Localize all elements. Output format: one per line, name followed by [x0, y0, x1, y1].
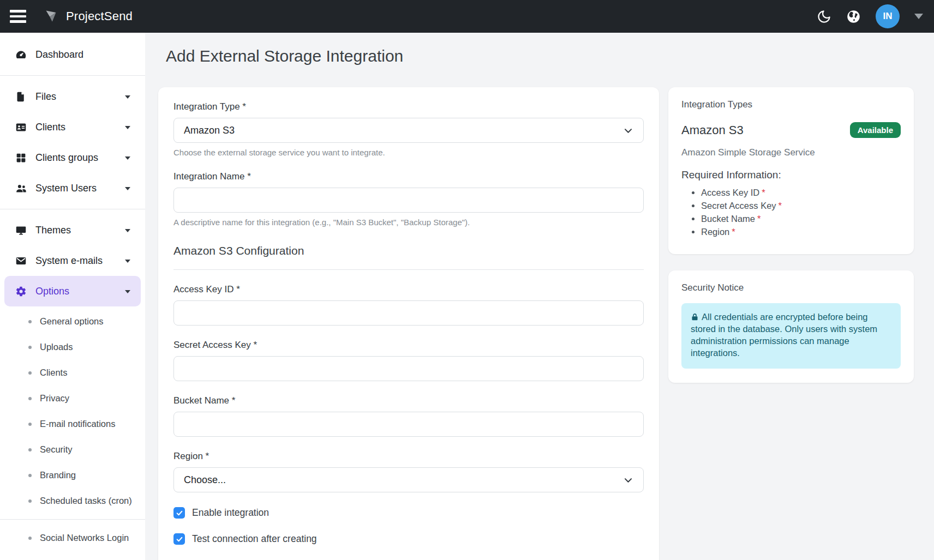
dark-mode-moon-icon[interactable]	[817, 9, 831, 24]
file-icon	[15, 91, 27, 103]
required-mark: *	[779, 201, 782, 210]
enable-integration-checkbox[interactable]	[173, 507, 185, 519]
check-icon	[176, 509, 183, 517]
caret-down-icon	[125, 260, 130, 266]
caret-down-icon	[125, 95, 130, 101]
available-badge: Available	[850, 122, 901, 138]
sidebar-subitem-label: Scheduled tasks (cron)	[40, 496, 132, 506]
sidebar-item-clients-groups[interactable]: Clients groups	[0, 142, 145, 173]
brand-name: ProjectSend	[66, 9, 133, 23]
sidebar-item-clients[interactable]: Clients	[0, 112, 145, 142]
integration-type-value: Amazon S3	[184, 125, 235, 136]
bullet-icon	[28, 499, 32, 503]
integration-type-label: Integration Type *	[173, 101, 644, 112]
required-item-label: Bucket Name	[701, 214, 755, 224]
sidebar-divider	[0, 519, 145, 520]
caret-down-icon	[125, 187, 130, 193]
bullet-icon	[28, 320, 32, 323]
required-item: Region*	[701, 227, 901, 237]
required-mark: *	[762, 188, 765, 197]
chevron-down-icon	[623, 475, 633, 485]
users-icon	[15, 183, 27, 194]
sidebar-item-label: System e-mails	[35, 255, 103, 267]
sidebar-subitem-label: E-mail notifications	[40, 419, 115, 429]
sidebar-item-system-emails[interactable]: System e-mails	[0, 245, 145, 276]
sidebar-item-files[interactable]: Files	[0, 81, 145, 112]
bullet-icon	[28, 346, 32, 349]
integration-name-input[interactable]	[173, 188, 644, 213]
sidebar-subitem-security[interactable]: Security	[0, 437, 145, 462]
sidebar-subitem-branding[interactable]: Branding	[0, 462, 145, 488]
integration-name-label: Integration Name *	[173, 171, 644, 182]
sidebar-subitem-scheduled-tasks[interactable]: Scheduled tasks (cron)	[0, 488, 145, 514]
sidebar-subitem-uploads[interactable]: Uploads	[0, 334, 145, 360]
enable-integration-label: Enable integration	[192, 507, 269, 519]
check-icon	[176, 535, 183, 543]
sidebar-item-label: System Users	[35, 183, 97, 194]
sidebar-subitem-label: Branding	[40, 470, 76, 480]
security-alert-text: All credentials are encrypted before bei…	[691, 312, 877, 358]
envelope-icon	[15, 255, 27, 267]
section-divider	[173, 269, 644, 270]
security-notice-card: Security Notice All credentials are encr…	[668, 270, 914, 383]
required-item-label: Access Key ID	[701, 188, 759, 197]
region-select[interactable]: Choose...	[173, 467, 644, 492]
caret-down-icon	[125, 290, 130, 296]
dashboard-icon	[15, 49, 27, 61]
sidebar-item-dashboard[interactable]: Dashboard	[0, 39, 145, 70]
sidebar-item-label: Files	[35, 91, 56, 103]
sidebar-item-label: Dashboard	[35, 49, 83, 61]
bullet-icon	[28, 537, 32, 540]
address-card-icon	[15, 122, 27, 133]
access-key-input[interactable]	[173, 300, 644, 326]
hamburger-menu-icon[interactable]	[7, 7, 29, 26]
caret-down-icon	[125, 126, 130, 132]
integration-types-card: Integration Types Amazon S3 Available Am…	[668, 87, 914, 254]
security-alert: All credentials are encrypted before bei…	[681, 303, 901, 369]
language-globe-icon[interactable]	[846, 9, 861, 24]
top-navbar: ProjectSend IN	[0, 0, 934, 33]
sidebar-subitem-label: Security	[40, 444, 73, 455]
bullet-icon	[28, 371, 32, 375]
caret-down-icon	[125, 156, 130, 162]
sidebar-item-label: Clients	[35, 122, 65, 133]
monitor-icon	[15, 225, 27, 236]
required-item: Access Key ID*	[701, 188, 901, 198]
sidebar-item-options[interactable]: Options	[4, 276, 141, 306]
sidebar-subitem-email-notifications[interactable]: E-mail notifications	[0, 411, 145, 437]
sidebar-subitem-label: General options	[40, 316, 104, 327]
sidebar-subitem-clients[interactable]: Clients	[0, 360, 145, 386]
required-mark: *	[732, 227, 735, 237]
user-menu-caret-icon[interactable]	[914, 14, 923, 23]
sidebar-subitem-general-options[interactable]: General options	[0, 309, 145, 334]
bucket-name-label: Bucket Name *	[173, 395, 644, 406]
sidebar: Dashboard Files Clients	[0, 33, 145, 560]
chevron-down-icon	[623, 125, 633, 136]
service-name: Amazon S3	[681, 123, 744, 137]
security-notice-title: Security Notice	[681, 282, 901, 293]
sidebar-subitem-label: Social Networks Login	[40, 533, 129, 543]
sidebar-subitem-social-networks-login[interactable]: Social Networks Login	[0, 525, 145, 551]
gear-icon	[15, 286, 27, 297]
bucket-name-input[interactable]	[173, 412, 644, 437]
integration-type-select[interactable]: Amazon S3	[173, 118, 644, 143]
sidebar-item-themes[interactable]: Themes	[0, 215, 145, 245]
right-panel: Integration Types Amazon S3 Available Am…	[668, 87, 914, 383]
brand[interactable]: ProjectSend	[44, 8, 133, 25]
test-connection-checkbox[interactable]	[173, 533, 185, 545]
main-content: Add External Storage Integration Integra…	[145, 33, 934, 560]
integration-types-title: Integration Types	[681, 99, 901, 110]
required-item: Bucket Name*	[701, 214, 901, 224]
bullet-icon	[28, 448, 32, 451]
sidebar-item-system-users[interactable]: System Users	[0, 173, 145, 203]
caret-down-icon	[125, 229, 130, 235]
bullet-icon	[28, 474, 32, 477]
user-avatar[interactable]: IN	[876, 4, 900, 28]
integration-name-help: A descriptive name for this integration …	[173, 218, 644, 227]
secret-key-input[interactable]	[173, 356, 644, 381]
required-items-list: Access Key ID* Secret Access Key* Bucket…	[681, 188, 901, 237]
sidebar-subitem-privacy[interactable]: Privacy	[0, 386, 145, 411]
access-key-label: Access Key ID *	[173, 284, 644, 295]
service-description: Amazon Simple Storage Service	[681, 147, 901, 158]
lock-icon	[691, 313, 699, 321]
